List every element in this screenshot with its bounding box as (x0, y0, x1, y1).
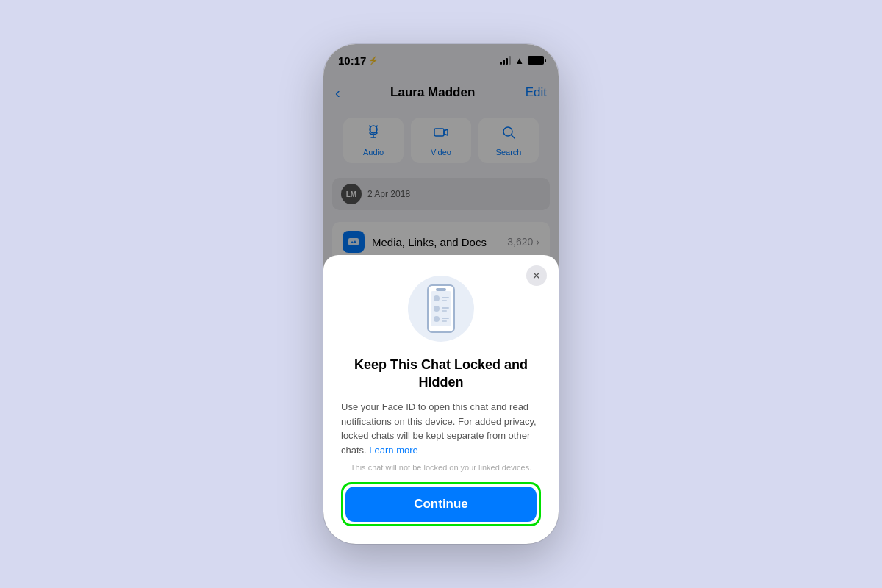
modal-overlay: ✕ (323, 44, 559, 544)
svg-rect-10 (434, 295, 440, 301)
close-button[interactable]: ✕ (526, 265, 547, 286)
svg-rect-16 (434, 316, 440, 322)
svg-rect-15 (442, 310, 447, 312)
continue-button-wrapper: Continue (341, 482, 541, 526)
phone-frame: 10:17 ⚡ ▲ 87 ‹ Laura Madden Edit (323, 44, 559, 544)
modal-illustration (341, 276, 541, 342)
modal-title: Keep This Chat Locked and Hidden (341, 356, 541, 391)
modal-body: Use your Face ID to open this chat and r… (341, 400, 541, 457)
continue-button[interactable]: Continue (345, 487, 537, 522)
svg-rect-13 (434, 306, 440, 312)
svg-rect-11 (442, 297, 449, 298)
modal-sheet: ✕ (323, 255, 559, 544)
modal-sub-text: This chat will not be locked on your lin… (341, 463, 541, 472)
svg-rect-17 (442, 318, 449, 319)
learn-more-link[interactable]: Learn more (369, 445, 417, 456)
phone-illustration (408, 276, 474, 342)
phone-svg-icon (422, 282, 460, 335)
svg-rect-18 (442, 320, 447, 322)
svg-rect-14 (442, 307, 449, 309)
svg-rect-9 (436, 288, 446, 291)
svg-rect-12 (442, 300, 447, 301)
